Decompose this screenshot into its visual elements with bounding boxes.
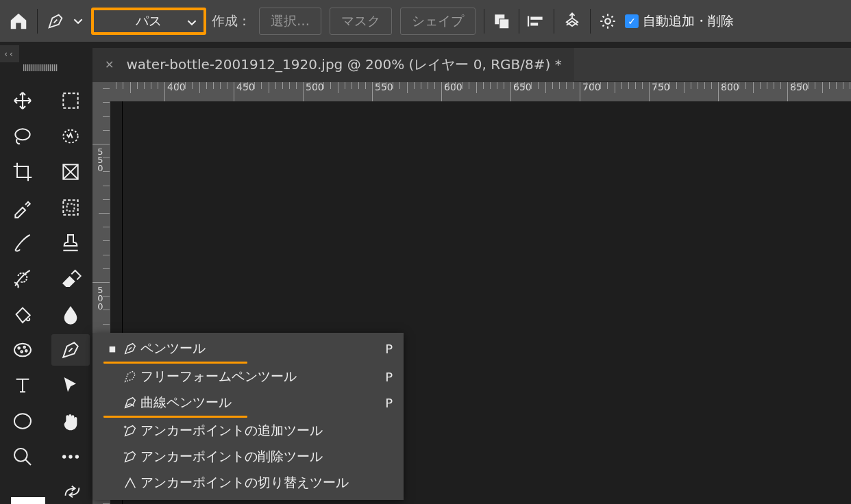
type-tool-icon[interactable]	[3, 370, 42, 401]
pen-delete-icon	[120, 449, 140, 464]
divider	[37, 9, 38, 34]
flyout-shortcut: P	[385, 396, 393, 410]
path-mode-label: パス	[136, 12, 162, 30]
panel-collapse-button[interactable]: ‹‹	[0, 45, 19, 62]
svg-point-12	[14, 344, 31, 357]
eraser-tool-icon[interactable]	[51, 263, 90, 294]
flyout-label: アンカーポイントの削除ツール	[140, 448, 393, 466]
flyout-label: アンカーポイントの切り替えツール	[140, 474, 393, 492]
flyout-label: 曲線ペンツール	[140, 394, 385, 412]
flyout-label: アンカーポイントの追加ツール	[140, 422, 393, 440]
home-icon[interactable]	[8, 11, 29, 32]
select-button[interactable]: 選択…	[259, 8, 321, 35]
flyout-item-curvature[interactable]: 曲線ペンツール P	[92, 390, 404, 416]
svg-point-15	[21, 351, 23, 353]
options-bar: パス 作成： 選択… マスク シェイプ ✓ 自動追加・削除	[0, 0, 851, 42]
path-mode-select[interactable]: パス	[91, 8, 206, 35]
svg-point-21	[75, 455, 79, 458]
svg-rect-10	[63, 200, 77, 214]
document-tabs: ✕ water-bottle-2001912_1920.jpg @ 200% (…	[92, 48, 851, 82]
pen-freeform-icon	[120, 369, 140, 384]
zoom-tool-icon[interactable]	[3, 441, 42, 473]
divider	[554, 9, 554, 34]
flyout-item-convert-anchor[interactable]: アンカーポイントの切り替えツール	[92, 470, 404, 496]
flyout-label: フリーフォームペンツール	[140, 368, 385, 386]
tools-panel	[0, 85, 92, 473]
frame-tool-icon[interactable]	[51, 192, 90, 223]
svg-point-18	[14, 449, 27, 462]
anchor-convert-icon	[120, 475, 140, 490]
pen-tool-icon[interactable]	[51, 334, 90, 366]
chevron-down-icon[interactable]	[73, 16, 83, 26]
divider	[519, 9, 519, 34]
svg-rect-1	[500, 18, 509, 28]
flyout-shortcut: P	[385, 370, 393, 384]
hand-tool-icon[interactable]	[51, 405, 90, 437]
pen-tool-icon[interactable]	[46, 12, 65, 31]
svg-rect-3	[530, 16, 542, 19]
shape-tool-icon[interactable]	[3, 405, 42, 437]
gear-icon[interactable]	[599, 12, 617, 30]
svg-rect-11	[67, 204, 75, 212]
panel-grip[interactable]	[23, 64, 58, 71]
eyedropper-tool-icon[interactable]	[3, 192, 42, 223]
svg-point-5	[605, 18, 610, 24]
close-icon[interactable]: ✕	[105, 58, 114, 71]
document-title: water-bottle-2001912_1920.jpg @ 200% (レイ…	[126, 55, 561, 74]
blur-tool-icon[interactable]	[51, 299, 90, 330]
flyout-label: ペンツール	[140, 340, 385, 357]
chevron-down-icon	[187, 17, 197, 30]
svg-point-13	[18, 347, 20, 349]
svg-point-7	[15, 129, 29, 140]
divider	[484, 9, 484, 34]
marquee-tool-icon[interactable]	[51, 85, 90, 116]
document-tab[interactable]: ✕ water-bottle-2001912_1920.jpg @ 200% (…	[92, 48, 574, 82]
slice-tool-icon[interactable]	[51, 156, 90, 188]
bullet-icon: ■	[105, 344, 120, 353]
svg-point-14	[23, 346, 25, 349]
svg-rect-2	[528, 16, 529, 26]
mask-button[interactable]: マスク	[330, 8, 392, 35]
path-select-tool-icon[interactable]	[51, 370, 90, 401]
svg-point-16	[25, 350, 27, 352]
more-tools-icon[interactable]	[51, 441, 90, 473]
bucket-tool-icon[interactable]	[3, 299, 42, 330]
pen-tool-flyout: ■ ペンツール P フリーフォームペンツール P 曲線ペンツール P アンカーポ…	[92, 333, 404, 500]
svg-rect-6	[63, 93, 77, 108]
create-label: 作成：	[212, 12, 251, 30]
flyout-item-freeform[interactable]: フリーフォームペンツール P	[92, 364, 404, 390]
svg-point-19	[62, 455, 66, 458]
arrange-icon[interactable]	[563, 12, 582, 31]
sponge-tool-icon[interactable]	[3, 334, 42, 366]
foreground-swatch[interactable]	[11, 497, 45, 504]
align-icon[interactable]	[528, 14, 545, 29]
horizontal-ruler[interactable]: 4004505005506006507007508008509	[110, 82, 851, 101]
flyout-shortcut: P	[385, 342, 393, 356]
pen-add-icon	[120, 423, 140, 438]
stamp-tool-icon[interactable]	[51, 227, 90, 259]
history-brush-tool-icon[interactable]	[3, 263, 42, 294]
shape-button[interactable]: シェイプ	[400, 8, 476, 35]
flyout-item-add-anchor[interactable]: アンカーポイントの追加ツール	[92, 418, 404, 444]
flyout-item-pen[interactable]: ■ ペンツール P	[92, 336, 404, 362]
svg-point-20	[69, 455, 72, 458]
pen-curvature-icon	[120, 395, 140, 410]
auto-add-delete-checkbox[interactable]: ✓ 自動追加・削除	[625, 12, 734, 30]
crop-tool-icon[interactable]	[3, 156, 42, 188]
path-ops-icon[interactable]	[493, 12, 510, 30]
flyout-item-delete-anchor[interactable]: アンカーポイントの削除ツール	[92, 444, 404, 470]
pen-icon	[120, 341, 140, 356]
svg-point-8	[63, 130, 77, 143]
brush-tool-icon[interactable]	[3, 227, 42, 259]
svg-point-17	[14, 414, 31, 428]
check-icon: ✓	[625, 14, 639, 28]
lasso-tool-icon[interactable]	[3, 121, 42, 152]
svg-rect-4	[530, 23, 538, 25]
quick-select-tool-icon[interactable]	[51, 121, 90, 152]
swap-colors-icon[interactable]	[63, 483, 82, 500]
divider	[590, 9, 591, 34]
move-tool-icon[interactable]	[3, 85, 42, 116]
